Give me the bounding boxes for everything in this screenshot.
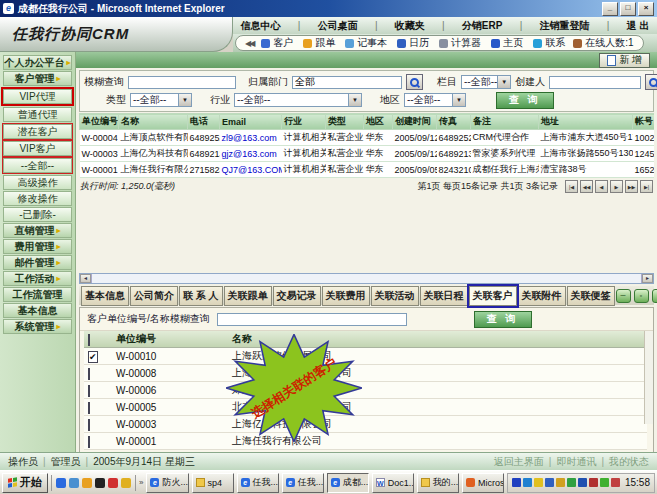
pager-button[interactable]: ▶ [610,180,623,193]
pager-button[interactable]: ◀ [595,180,608,193]
column-header[interactable]: 单位编号 [80,114,119,130]
toolbar-item[interactable]: 记事本 [345,36,387,50]
menu-item[interactable]: 注销重登陆 [535,19,593,33]
checkbox-unchecked-icon[interactable] [88,368,90,380]
pager-button[interactable]: |◀ [565,180,578,193]
select-all-header[interactable] [84,331,112,348]
toolbar-item[interactable]: 跟单 [303,36,335,50]
column-header[interactable]: 电话 [188,114,220,130]
tab-item[interactable]: 关联日程 [420,286,468,306]
column-header[interactable]: 名称 [119,114,188,130]
column-header[interactable]: 地区 [364,114,393,130]
column-header[interactable]: 地址 [539,114,633,130]
checkbox-checked-icon[interactable]: ✔ [88,351,98,363]
taskbar-task[interactable]: Micros... [462,473,504,493]
tray-icon-2[interactable] [523,478,532,487]
sidebar-item[interactable]: 工作流管理 [3,287,72,302]
tab-item[interactable]: 交易记录 [273,286,321,306]
tray-icon-5[interactable] [556,478,565,487]
sidebar-item[interactable]: -已删除- [3,207,72,222]
power-icon[interactable] [600,478,609,487]
tab-item[interactable]: 基本信息 [81,286,129,306]
list-item[interactable]: W-00008上海立特信息技术有限公司 [84,365,647,382]
tab-item[interactable]: 公司简介 [130,286,178,306]
status-link[interactable]: 我的状态 [609,455,649,469]
sidebar-item[interactable]: 基本信息 [3,303,72,318]
checkbox-unchecked-icon[interactable] [88,402,90,414]
fuzzy-search-input[interactable] [128,76,236,89]
taskbar-task[interactable]: sp4 [192,473,234,493]
taskbar-task[interactable]: 我的... [417,473,459,493]
maximize-button[interactable]: □ [620,2,636,16]
taskbar-task[interactable]: e任我... [237,473,279,493]
tray-icon-10[interactable] [611,478,620,487]
list-item[interactable]: W-00005北京艾佳信息技术有限公司 [84,399,647,416]
menu-item[interactable]: 分销ERP [458,19,507,33]
table-row[interactable]: W-00004上海顶点软件有限公司64892525zl9@163.com计算机相… [80,130,655,146]
toolbar-item[interactable]: 联系 [533,36,565,50]
checkbox-unchecked-icon[interactable] [88,436,90,448]
taskbar-task[interactable]: e防火... [146,473,188,493]
creator-lookup-button[interactable] [645,74,657,90]
pager-button[interactable]: ▶| [640,180,653,193]
status-link[interactable]: 返回主界面 [494,455,544,469]
taskbar-task[interactable]: WDoc1.... [372,473,414,493]
panel-maximize-button[interactable]: ■ [652,289,657,303]
region-select[interactable]: --全部-- ▼ [404,93,466,107]
sidebar-item[interactable]: 系统管理▸ [3,319,72,334]
horizontal-scrollbar[interactable]: ◂ ▸ [79,273,654,284]
column-header[interactable]: 类型 [326,114,364,130]
list-item[interactable]: W-00001上海任我行有限公司 [84,433,647,450]
start-button[interactable]: 开始 [2,473,48,493]
email-link[interactable]: gjz@163.com [220,146,282,162]
vertical-scrollbar[interactable] [644,331,653,424]
department-lookup-button[interactable] [406,74,423,90]
tray-icon-1[interactable] [512,478,521,487]
checkbox-unchecked-icon[interactable] [88,334,90,346]
sidebar-item[interactable]: 直销管理▸ [3,223,72,238]
minimize-button[interactable]: _ [602,2,618,16]
department-input[interactable] [292,76,402,89]
column-header[interactable]: 备注 [471,114,539,130]
column-header[interactable]: 单位编号 [112,331,228,348]
scrollbar-thumb[interactable] [91,274,642,283]
tab-item[interactable]: 关联附件 [518,286,566,306]
tab-item[interactable]: 关联活动 [371,286,419,306]
scroll-right-icon[interactable]: ▸ [642,274,653,283]
toolbar-item[interactable]: 主页 [491,36,523,50]
media-icon[interactable] [108,478,118,488]
rewind-icon[interactable]: ◀◀ [245,39,253,48]
menu-item[interactable]: 收藏夹 [391,19,429,33]
column-header[interactable]: 行业 [282,114,326,130]
email-link[interactable]: QJ7@163.COM [220,162,282,178]
notes-icon[interactable] [121,478,131,488]
ie-icon[interactable] [56,478,66,488]
qq-icon[interactable] [95,478,105,488]
image-viewer-icon[interactable] [82,478,92,488]
quick-launch-overflow-icon[interactable]: » [139,478,143,487]
status-link[interactable]: 即时通讯 [556,455,596,469]
sidebar-item[interactable]: 高级操作 [3,175,72,190]
sidebar-item[interactable]: 修改操作 [3,191,72,206]
tray-icon-4[interactable] [545,478,554,487]
taskbar-task[interactable]: e任我... [282,473,324,493]
checkbox-unchecked-icon[interactable] [88,419,90,431]
tab-item[interactable]: 关联跟单 [224,286,272,306]
panel-minimize-button[interactable]: ─ [616,289,631,303]
toolbar-item[interactable]: 客户 [261,36,293,50]
sidebar-item[interactable]: 邮件管理▸ [3,255,72,270]
email-link[interactable]: zl9@163.com [220,130,282,146]
column-header[interactable]: 帐号 [633,114,655,130]
input-method-icon[interactable] [578,478,587,487]
list-item[interactable]: W-00006郑州市汇科科技有限公司 [84,382,647,399]
panel-restore-button[interactable]: ▫ [634,289,649,303]
tab-item-active[interactable]: 关联客户 [469,286,517,306]
column-header[interactable]: Email [220,114,282,130]
table-row[interactable]: W-00003上海亿为科技有限公司64892132gjz@163.com计算机相… [80,146,655,162]
sidebar-item[interactable]: --全部-- [3,158,72,173]
related-query-button[interactable]: 查 询 [474,311,532,328]
tray-icon-8[interactable] [589,478,598,487]
toolbar-item[interactable]: 计算器 [439,36,481,50]
sidebar-item[interactable]: 客户管理▸ [3,71,72,86]
volume-icon[interactable] [534,478,543,487]
